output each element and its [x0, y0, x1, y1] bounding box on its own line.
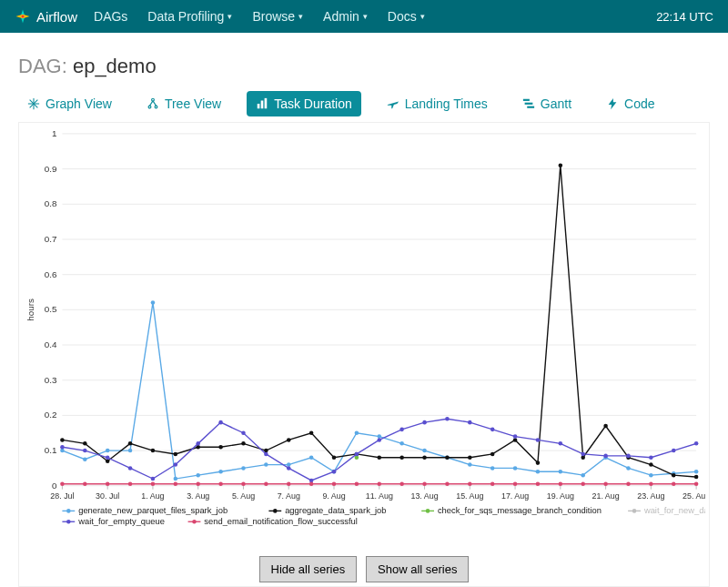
svg-point-137 — [264, 452, 268, 457]
svg-point-112 — [378, 456, 382, 460]
svg-text:30. Jul: 30. Jul — [96, 491, 119, 501]
svg-point-91 — [559, 470, 563, 474]
svg-point-132 — [151, 477, 156, 481]
svg-point-74 — [174, 477, 178, 481]
svg-point-78 — [264, 462, 268, 467]
svg-point-6 — [148, 106, 151, 108]
tab-task-duration[interactable]: Task Duration — [247, 91, 361, 116]
svg-text:1: 1 — [52, 128, 56, 138]
svg-text:28. Jul: 28. Jul — [50, 491, 74, 501]
svg-point-79 — [287, 462, 291, 467]
svg-point-135 — [218, 420, 223, 425]
svg-point-168 — [309, 482, 314, 487]
svg-point-105 — [218, 445, 223, 450]
svg-point-179 — [559, 482, 563, 487]
svg-point-169 — [332, 482, 337, 487]
dag-name: ep_demo — [73, 55, 157, 77]
svg-point-89 — [513, 466, 518, 471]
svg-point-92 — [581, 473, 585, 478]
svg-text:21. Aug: 21. Aug — [592, 491, 620, 501]
svg-point-174 — [445, 482, 450, 487]
svg-point-175 — [468, 482, 472, 487]
svg-text:0.5: 0.5 — [45, 304, 57, 314]
svg-point-167 — [287, 482, 291, 487]
svg-point-125 — [672, 473, 676, 478]
tab-gantt[interactable]: Gantt — [513, 91, 581, 116]
svg-point-101 — [128, 441, 133, 446]
svg-point-133 — [174, 462, 178, 467]
svg-point-94 — [626, 466, 631, 471]
svg-point-80 — [309, 456, 314, 460]
svg-point-71 — [106, 449, 110, 453]
hide-all-series-button[interactable]: Hide all series — [259, 556, 358, 582]
nav-admin[interactable]: Admin▾ — [323, 9, 368, 24]
svg-point-170 — [355, 482, 359, 487]
svg-point-5 — [152, 98, 155, 101]
brand[interactable]: Airflow — [15, 8, 77, 25]
svg-text:0.6: 0.6 — [45, 269, 57, 279]
svg-point-178 — [536, 482, 541, 487]
svg-point-75 — [196, 473, 200, 478]
svg-point-162 — [174, 482, 178, 487]
svg-rect-14 — [524, 103, 532, 105]
legend-item[interactable]: aggregate_data_spark_job — [285, 506, 386, 515]
svg-point-140 — [332, 470, 337, 474]
svg-point-87 — [468, 462, 472, 467]
nav-browse[interactable]: Browse▾ — [252, 9, 303, 24]
svg-point-195 — [66, 520, 71, 524]
legend-item[interactable]: wait_for_new_data_in_db — [643, 506, 705, 515]
svg-point-126 — [694, 475, 699, 480]
svg-point-106 — [241, 441, 246, 446]
svg-point-138 — [287, 466, 291, 471]
bar-chart-icon — [256, 97, 268, 110]
svg-text:0.1: 0.1 — [45, 445, 57, 455]
svg-rect-12 — [265, 98, 268, 108]
tab-graph-view[interactable]: Graph View — [18, 91, 121, 116]
svg-point-163 — [196, 482, 200, 487]
tab-tree-view[interactable]: Tree View — [137, 91, 230, 116]
show-all-series-button[interactable]: Show all series — [366, 556, 469, 582]
svg-point-109 — [309, 430, 314, 435]
svg-point-114 — [422, 456, 427, 460]
svg-point-77 — [241, 466, 246, 471]
svg-point-157 — [60, 482, 65, 487]
plane-icon — [387, 97, 399, 110]
tab-code[interactable]: Code — [597, 91, 663, 116]
svg-point-146 — [468, 420, 472, 425]
svg-point-148 — [513, 434, 518, 439]
nav-data-profiling[interactable]: Data Profiling▾ — [147, 9, 232, 24]
svg-rect-13 — [523, 99, 530, 101]
svg-point-173 — [422, 482, 427, 487]
svg-text:0.8: 0.8 — [45, 198, 57, 208]
legend-item[interactable]: check_for_sqs_message_branch_condition — [438, 506, 602, 515]
svg-point-69 — [60, 449, 65, 453]
svg-line-9 — [153, 101, 157, 106]
chevron-down-icon: ▾ — [298, 12, 303, 21]
svg-point-82 — [355, 430, 359, 435]
svg-point-155 — [672, 449, 676, 453]
svg-text:9. Aug: 9. Aug — [322, 491, 345, 501]
tab-landing-times[interactable]: Landing Times — [378, 91, 497, 116]
svg-point-176 — [490, 482, 495, 487]
svg-point-142 — [378, 438, 382, 442]
svg-point-102 — [151, 449, 156, 453]
svg-point-124 — [649, 462, 653, 467]
svg-rect-10 — [258, 104, 260, 108]
svg-text:0.9: 0.9 — [45, 164, 57, 174]
svg-point-197 — [192, 520, 197, 524]
nav-dags[interactable]: DAGs — [94, 9, 127, 24]
svg-point-145 — [445, 417, 450, 421]
svg-text:13. Aug: 13. Aug — [410, 491, 438, 501]
legend-item[interactable]: wait_for_empty_queue — [77, 517, 165, 526]
task-duration-chart[interactable]: 00.10.20.30.40.50.60.70.80.91hours28. Ju… — [23, 128, 705, 551]
svg-point-130 — [106, 456, 110, 460]
svg-point-166 — [264, 482, 268, 487]
svg-point-185 — [694, 482, 699, 487]
legend-item[interactable]: send_email_notification_flow_successful — [204, 517, 358, 526]
svg-text:25. Aug: 25. Aug — [682, 491, 705, 501]
svg-point-184 — [672, 482, 676, 487]
nav-docs[interactable]: Docs▾ — [388, 9, 425, 24]
svg-point-161 — [151, 482, 156, 487]
svg-point-95 — [649, 473, 653, 478]
legend-item[interactable]: generate_new_parquet_files_spark_job — [78, 506, 228, 515]
